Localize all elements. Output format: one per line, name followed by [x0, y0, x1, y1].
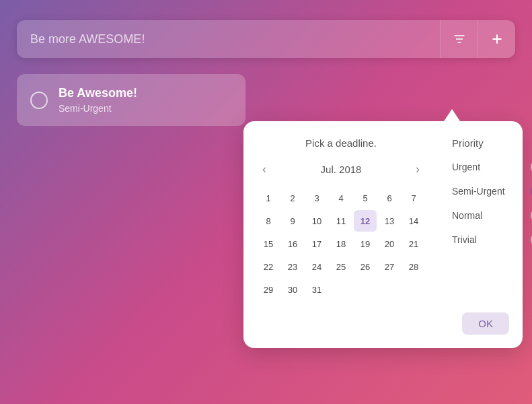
priority-options: UrgentSemi-UrgentNormalTrivial [452, 160, 532, 247]
ok-btn-container: OK [257, 312, 509, 335]
priority-option-label: Urgent [452, 162, 480, 172]
calendar-day-27[interactable]: 27 [378, 256, 401, 277]
calendar-day-14[interactable]: 14 [402, 210, 425, 232]
calendar-day-31[interactable]: 31 [305, 279, 328, 300]
popup-columns: Pick a deadline. ‹ Jul. 2018 › 123456789… [257, 137, 509, 300]
task-complete-radio[interactable] [30, 92, 48, 109]
calendar-section: Pick a deadline. ‹ Jul. 2018 › 123456789… [257, 137, 436, 300]
priority-option-urgent[interactable]: Urgent [452, 160, 532, 174]
priority-option-label: Trivial [452, 234, 477, 245]
calendar-day-30[interactable]: 30 [281, 279, 304, 300]
task-title: Be Awesome! [59, 86, 137, 100]
calendar-day-25[interactable]: 25 [330, 256, 352, 277]
calendar-day-28[interactable]: 28 [402, 256, 425, 277]
priority-option-label: Semi-Urgent [452, 186, 505, 197]
calendar-day-11[interactable]: 11 [330, 210, 352, 232]
task-card: Be Awesome! Semi-Urgent [17, 74, 245, 126]
deadline-priority-popup: Pick a deadline. ‹ Jul. 2018 › 123456789… [243, 121, 523, 348]
calendar-day-13[interactable]: 13 [378, 210, 401, 232]
priority-option-semi-urgent[interactable]: Semi-Urgent [452, 184, 532, 199]
calendar-grid: 1234567891011121314151617181920212223242… [257, 187, 425, 300]
filter-button[interactable] [440, 20, 478, 58]
plus-icon [490, 32, 504, 46]
calendar-day-5[interactable]: 5 [354, 187, 377, 209]
calendar-day-8[interactable]: 8 [257, 210, 280, 232]
calendar-next-button[interactable]: › [410, 160, 425, 179]
calendar-day-7[interactable]: 7 [402, 187, 425, 209]
calendar-day-2[interactable]: 2 [281, 187, 304, 209]
calendar-day-21[interactable]: 21 [402, 233, 425, 255]
task-input[interactable] [17, 20, 440, 58]
calendar-day-4[interactable]: 4 [330, 187, 352, 209]
priority-label: Priority [452, 137, 532, 149]
calendar-day-1[interactable]: 1 [257, 187, 280, 209]
ok-button[interactable]: OK [462, 312, 509, 335]
calendar-day-19[interactable]: 19 [354, 233, 377, 255]
calendar-day-3[interactable]: 3 [305, 187, 328, 209]
task-info: Be Awesome! Semi-Urgent [59, 86, 137, 114]
calendar-nav: ‹ Jul. 2018 › [257, 160, 425, 179]
priority-option-normal[interactable]: Normal [452, 208, 532, 223]
calendar-day-6[interactable]: 6 [378, 187, 401, 209]
calendar-day-24[interactable]: 24 [305, 256, 328, 277]
top-bar [17, 20, 515, 58]
calendar-day-26[interactable]: 26 [354, 256, 377, 277]
priority-section: Priority UrgentSemi-UrgentNormalTrivial [441, 137, 532, 300]
priority-option-label: Normal [452, 210, 482, 221]
add-button[interactable] [478, 20, 515, 58]
calendar-month: Jul. 2018 [321, 164, 362, 175]
calendar-day-10[interactable]: 10 [305, 210, 328, 232]
calendar-day-15[interactable]: 15 [257, 233, 280, 255]
calendar-prev-button[interactable]: ‹ [257, 160, 272, 179]
calendar-day-12[interactable]: 12 [354, 210, 377, 232]
calendar-day-17[interactable]: 17 [305, 233, 328, 255]
task-priority-label: Semi-Urgent [59, 103, 137, 114]
calendar-day-16[interactable]: 16 [281, 233, 304, 255]
calendar-day-23[interactable]: 23 [281, 256, 304, 277]
calendar-day-18[interactable]: 18 [330, 233, 352, 255]
priority-option-trivial[interactable]: Trivial [452, 232, 532, 247]
calendar-day-20[interactable]: 20 [378, 233, 401, 255]
calendar-day-22[interactable]: 22 [257, 256, 280, 277]
calendar-label: Pick a deadline. [257, 137, 425, 149]
calendar-day-29[interactable]: 29 [257, 279, 280, 300]
filter-icon [453, 32, 466, 46]
popup-arrow [444, 109, 460, 121]
calendar-day-9[interactable]: 9 [281, 210, 304, 232]
